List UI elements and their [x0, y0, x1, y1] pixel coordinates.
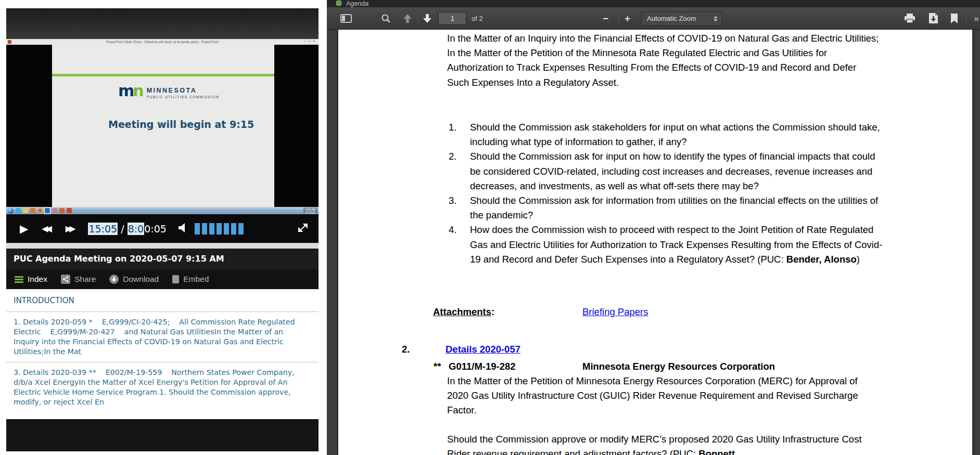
question-item: 1. Should the Commission ask stakeholder… [449, 120, 888, 149]
slide-message: Meeting will begin at 9:15 [108, 119, 254, 130]
next-page-button[interactable] [423, 7, 432, 30]
window-controls: –□× [304, 39, 317, 43]
previous-page-button[interactable] [403, 7, 412, 30]
slide-green-rule [52, 74, 274, 76]
mute-button[interactable] [178, 223, 188, 235]
pdf-panel: Agenda of 2 − + [327, 0, 980, 455]
seek-bar[interactable] [6, 243, 319, 249]
powerpoint-icon [8, 40, 11, 44]
play-button[interactable]: ▶ [20, 223, 28, 235]
time-display: 15:05 / 8:00:05 [88, 223, 167, 235]
fast-forward-button[interactable]: ▶▶ [66, 224, 76, 233]
question-item: 2. Should the Commission ask for input o… [449, 149, 888, 193]
tab-share[interactable]: Share [61, 275, 96, 284]
video-panel: PowerPoint Slide Show - [Meeting will be… [0, 0, 327, 455]
app-icon-orange [59, 208, 65, 213]
volume-slider[interactable] [195, 223, 244, 235]
divider [418, 14, 418, 23]
question-list: 1. Should the Commission ask stakeholder… [449, 120, 888, 267]
case-caption: In the Matter of an Inquiry into the Fin… [447, 31, 879, 90]
question-item: 3. Should the Commission ask for informa… [449, 193, 888, 223]
search-button[interactable] [381, 7, 391, 30]
select-arrows-icon [714, 16, 718, 21]
start-orb-icon [8, 208, 14, 214]
attachments-row: Attachments: [433, 305, 494, 319]
details-link[interactable]: Details 2020-057 [446, 342, 520, 357]
index-list-icon [15, 275, 23, 284]
video-player: PowerPoint Slide Show - [Meeting will be… [6, 8, 319, 451]
share-icon [61, 275, 70, 284]
app-icon-pink [52, 208, 57, 213]
video-display[interactable]: PowerPoint Slide Show - [Meeting will be… [6, 8, 319, 214]
docket-stars: ** [434, 359, 441, 374]
player-footer-panel [6, 419, 319, 451]
agenda-item-number: 2. [402, 342, 410, 357]
question-item: 4. How does the Commission wish to proce… [449, 223, 888, 267]
active-app-icon [45, 208, 50, 213]
question-paragraph: Should the Commission approve or modify … [447, 432, 879, 455]
minnesota-puc-logo: mn MINNESOTA PUBLIC UTILITIES COMMISSION [118, 84, 219, 99]
toolbar-overflow-button[interactable]: » [974, 7, 979, 30]
logo-name: MINNESOTA [147, 87, 220, 94]
download-icon [109, 275, 119, 284]
zoom-in-button[interactable]: + [625, 7, 630, 30]
index-heading: INTRODUCTION [6, 289, 319, 311]
pdf-page: In the Matter of an Inquiry into the Fin… [338, 30, 972, 455]
docket-number: G011/M-19-282 [449, 359, 516, 374]
company-name: Minnesota Energy Resources Corporation [582, 359, 775, 374]
folder-icon [23, 208, 28, 213]
embed-document-icon [172, 275, 179, 283]
logo-subtitle: PUBLIC UTILITIES COMMISSION [147, 95, 220, 99]
tab-embed[interactable]: Embed [172, 275, 209, 284]
pdf-viewer[interactable]: In the Matter of an Inquiry into the Fin… [327, 30, 980, 455]
petition-paragraph: In the Matter of the Petition of Minneso… [447, 374, 879, 418]
document-tab-bar: Agenda [327, 0, 980, 7]
divider [966, 14, 966, 23]
ie-icon [16, 208, 21, 213]
index-list: INTRODUCTION 1. Details 2020-059 * E,G99… [6, 289, 319, 411]
captured-screen: mn MINNESOTA PUBLIC UTILITIES COMMISSION… [6, 45, 319, 207]
video-controls-bar: ▶ ◀◀ ▶▶ 15:05 / 8:00:05 [6, 214, 319, 243]
tab-index[interactable]: Index [15, 275, 47, 284]
zoom-out-button[interactable]: − [603, 7, 608, 30]
fullscreen-button[interactable] [298, 223, 308, 235]
logo-letter-n: n [133, 82, 142, 100]
powerpoint-window-titlebar: PowerPoint Slide Show - [Meeting will be… [6, 39, 319, 45]
sidebar-toggle-button[interactable] [340, 7, 352, 30]
logo-letter-m: m [118, 82, 133, 100]
page-count-label: of 2 [472, 7, 483, 30]
powerpoint-slide: mn MINNESOTA PUBLIC UTILITIES COMMISSION… [52, 45, 274, 207]
captured-windows-taskbar: 9:15 AM 5/7/2020 [6, 207, 319, 214]
print-button[interactable] [904, 7, 915, 30]
pdf-toolbar: of 2 − + Automatic Zoom [327, 7, 980, 30]
media-player-icon [30, 208, 35, 213]
document-tab-icon [336, 1, 341, 6]
system-tray-clock: 9:15 AM 5/7/2020 [303, 207, 317, 214]
briefing-papers-link[interactable]: Briefing Papers [582, 305, 648, 319]
video-title: PUC Agenda Meeting on 2020-05-07 9:15 AM [6, 249, 319, 269]
index-item-1[interactable]: 1. Details 2020-059 * E,G999/CI-20-425; … [6, 312, 319, 362]
page-number-input[interactable] [438, 12, 466, 25]
download-file-button[interactable] [928, 7, 938, 30]
captured-desktop-top-bar [6, 8, 319, 39]
powerpoint-window-title: PowerPoint Slide Show - [Meeting will be… [6, 40, 319, 44]
zoom-level-select[interactable]: Automatic Zoom [641, 11, 722, 25]
video-tab-bar: Index Share Download [6, 269, 319, 289]
chrome-icon [37, 208, 43, 213]
tab-download[interactable]: Download [109, 275, 159, 284]
powerpoint-taskbar-icon [67, 208, 72, 213]
divider [618, 14, 619, 23]
bookmark-button[interactable] [950, 7, 958, 30]
document-tab-label[interactable]: Agenda [346, 0, 368, 7]
rewind-button[interactable]: ◀◀ [42, 224, 52, 233]
index-item-2[interactable]: 3. Details 2020-039 ** E002/M-19-559 Nor… [6, 362, 319, 411]
